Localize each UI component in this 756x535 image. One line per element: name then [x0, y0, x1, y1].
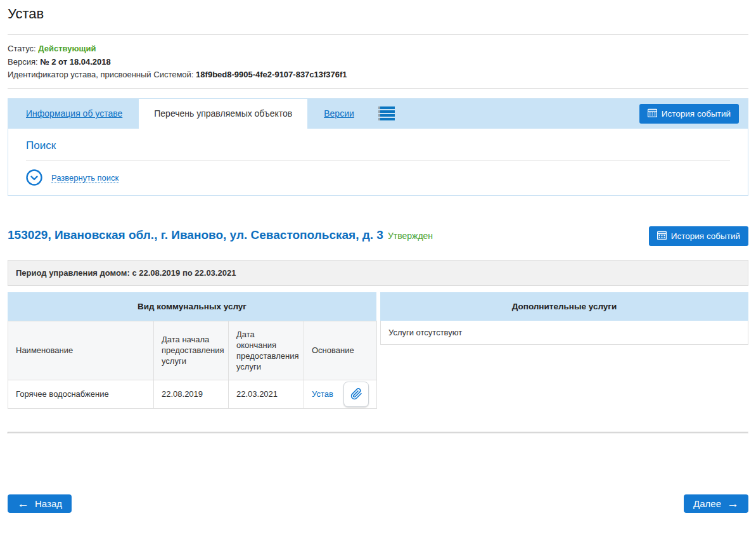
management-period: Период управления домом: с 22.08.2019 по…	[8, 260, 748, 286]
status-value: Действующий	[38, 44, 96, 53]
version-label: Версия:	[8, 57, 38, 67]
chevron-down-circle-icon[interactable]	[26, 169, 42, 188]
service-end-cell: 22.03.2021	[229, 380, 304, 408]
history-events-button-label: История событий	[671, 231, 740, 241]
identifier-label: Идентификатор устава, присвоенный Систем…	[8, 70, 193, 79]
paperclip-icon	[350, 388, 362, 400]
tab-versions[interactable]: Версии	[324, 108, 354, 119]
next-button-label: Далее	[693, 498, 721, 509]
arrow-left-icon: ←	[17, 499, 29, 508]
object-address-text: 153029, Ивановская обл., г. Иваново, ул.…	[8, 228, 383, 242]
object-status-badge: Утвержден	[388, 231, 433, 241]
additional-services-empty: Услуги отсутствуют	[380, 321, 748, 345]
back-button[interactable]: ← Назад	[8, 494, 72, 513]
history-events-button-object[interactable]: История событий	[649, 226, 748, 246]
history-events-button-label: История событий	[662, 109, 731, 119]
search-section: Поиск Развернуть поиск	[8, 129, 748, 195]
expand-search-link[interactable]: Развернуть поиск	[51, 173, 119, 183]
column-header-basis: Основание	[304, 321, 377, 380]
charter-meta: Статус: Действующий Версия: № 2 от 18.04…	[8, 42, 748, 82]
history-events-button-top[interactable]: История событий	[639, 104, 739, 124]
calendar-icon	[648, 108, 657, 119]
meta-divider	[8, 88, 748, 89]
additional-services-header: Дополнительные услуги	[380, 292, 748, 321]
version-line: Версия: № 2 от 18.04.2018	[8, 56, 748, 69]
tabs-panel: Информация об уставе Перечень управляемы…	[8, 98, 748, 196]
section-divider	[8, 432, 748, 434]
tab-managed-objects-active[interactable]: Перечень управляемых объектов	[139, 99, 307, 129]
service-name-cell: Горячее водоснабжение	[8, 380, 154, 408]
table-row: Горячее водоснабжение 22.08.2019 22.03.2…	[8, 380, 377, 408]
page-title: Устав	[8, 0, 748, 22]
tab-charter-info[interactable]: Информация об уставе	[26, 108, 122, 119]
next-button[interactable]: Далее →	[684, 494, 748, 513]
column-header-name: Наименование	[8, 321, 154, 380]
object-address: 153029, Ивановская обл., г. Иваново, ул.…	[8, 226, 433, 242]
additional-services-table: Дополнительные услуги Услуги отсутствуют	[380, 292, 748, 409]
services-tables: Вид коммунальных услуг Наименование Дата…	[8, 292, 748, 409]
service-start-cell: 22.08.2019	[154, 380, 229, 408]
communal-services-header: Вид коммунальных услуг	[8, 292, 376, 321]
search-divider	[26, 160, 730, 161]
column-header-start: Дата начала предоставления услуги	[154, 321, 229, 380]
version-value: № 2 от 18.04.2018	[40, 57, 111, 67]
object-header: 153029, Ивановская обл., г. Иваново, ул.…	[8, 226, 748, 246]
return-arrow-icon: ←	[8, 533, 17, 535]
column-header-end: Дата окончания предоставления услуги	[229, 321, 304, 380]
wizard-navigation: ← Назад Далее →	[8, 494, 748, 513]
service-basis-cell: Устав	[304, 380, 377, 408]
tab-bar: Информация об уставе Перечень управляемы…	[8, 99, 748, 129]
identifier-line: Идентификатор устава, присвоенный Систем…	[8, 68, 748, 82]
arrow-right-icon: →	[727, 499, 739, 508]
basis-link[interactable]: Устав	[312, 389, 333, 399]
attachment-button[interactable]	[343, 382, 369, 407]
search-title: Поиск	[26, 139, 730, 152]
calendar-icon	[657, 231, 667, 242]
table-header-row: Наименование Дата начала предоставления …	[8, 321, 377, 380]
communal-services-table: Вид коммунальных услуг Наименование Дата…	[8, 292, 376, 409]
identifier-value: 18f9bed8-9905-4fe2-9107-837c13f376f1	[196, 70, 347, 79]
tab-overflow-menu-icon[interactable]	[378, 105, 395, 122]
status-label: Статус:	[8, 44, 36, 53]
charter-page: Устав Статус: Действующий Версия: № 2 от…	[0, 0, 756, 535]
back-button-label: Назад	[35, 498, 62, 509]
title-divider	[8, 34, 748, 35]
status-line: Статус: Действующий	[8, 42, 748, 56]
period-value: с 22.08.2019 по 22.03.2021	[132, 268, 236, 278]
period-label: Период управления домом:	[16, 268, 130, 278]
